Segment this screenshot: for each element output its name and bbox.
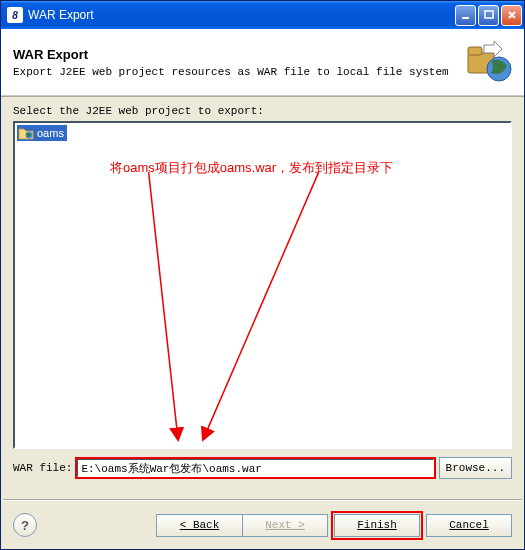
annotation-text: 将oams项目打包成oams.war，发布到指定目录下 [110,159,393,177]
close-button[interactable] [501,5,522,26]
svg-line-7 [203,172,318,439]
titlebar: 8 WAR Export [1,1,524,29]
folder-icon [18,126,34,140]
svg-rect-1 [485,11,493,18]
wizard-content: Select the J2EE web project to export: o… [1,97,524,499]
wizard-footer: ? < Back Next > Finish Cancel [1,501,524,549]
cancel-button[interactable]: Cancel [426,514,512,537]
svg-rect-0 [462,17,469,19]
next-button: Next > [242,514,328,537]
window-controls [455,5,522,26]
window-title: WAR Export [28,8,455,22]
export-icon [466,39,512,85]
svg-line-6 [149,172,178,439]
export-dialog: 8 WAR Export WAR Export Export J2EE web … [0,0,525,550]
path-row: WAR file: Browse... [13,457,512,479]
page-title: WAR Export [13,47,466,62]
svg-rect-3 [468,47,482,55]
wizard-header: WAR Export Export J2EE web project resou… [1,29,524,96]
back-button[interactable]: < Back [156,514,242,537]
help-button[interactable]: ? [13,513,37,537]
select-project-label: Select the J2EE web project to export: [13,105,512,117]
project-item-oams[interactable]: oams [17,125,67,141]
war-file-label: WAR file: [13,462,72,474]
project-list[interactable]: oams 将oams项目打包成oams.war，发布到指定目录下 [13,121,512,449]
page-description: Export J2EE web project resources as WAR… [13,66,466,78]
war-file-input[interactable] [76,458,434,478]
minimize-button[interactable] [455,5,476,26]
finish-button[interactable]: Finish [334,514,420,537]
maximize-button[interactable] [478,5,499,26]
browse-button[interactable]: Browse... [439,457,512,479]
project-name: oams [37,127,64,139]
app-icon: 8 [7,7,23,23]
